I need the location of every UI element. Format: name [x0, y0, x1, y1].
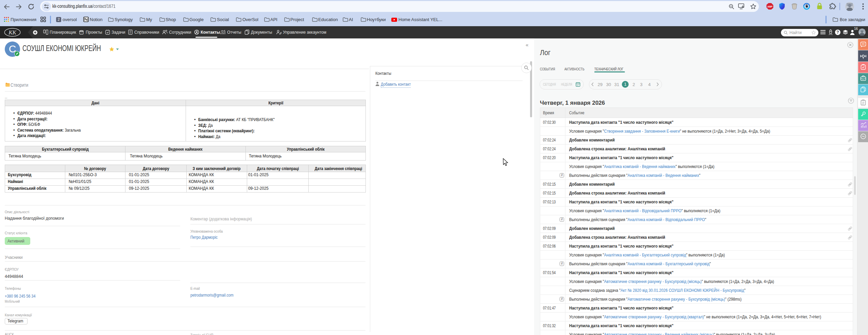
svg-text:КК: КК — [8, 29, 17, 36]
svg-text:ABP: ABP — [767, 5, 772, 8]
